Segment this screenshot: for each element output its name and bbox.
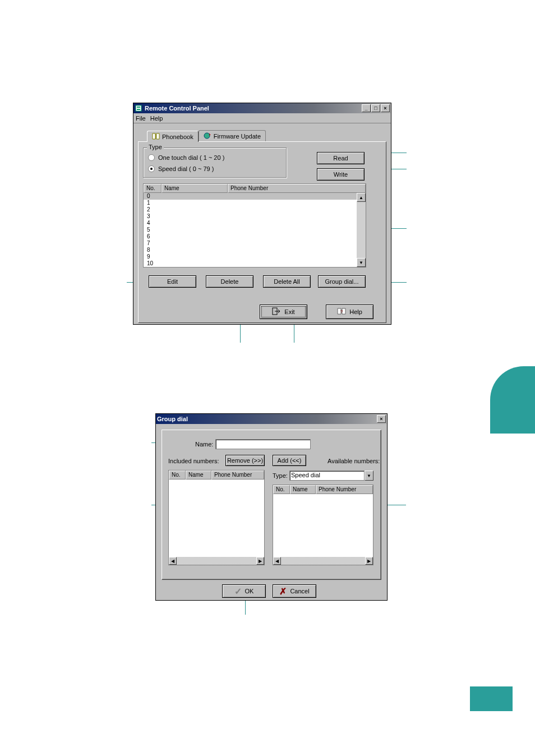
check-icon: ✓ bbox=[234, 586, 242, 597]
list-row[interactable]: 0 bbox=[144, 193, 366, 200]
list-scrollbar-h[interactable]: ◀ ▶ bbox=[169, 557, 264, 565]
name-input[interactable] bbox=[215, 439, 311, 449]
radio-label: One touch dial ( 1 ~ 20 ) bbox=[158, 154, 224, 161]
menu-file[interactable]: File bbox=[136, 115, 146, 122]
list-row[interactable]: 6 bbox=[144, 233, 366, 240]
list-row[interactable]: 1 bbox=[144, 200, 366, 206]
included-list[interactable]: No. Name Phone Number ◀ ▶ bbox=[168, 470, 265, 565]
list-body bbox=[273, 494, 373, 565]
help-button[interactable]: ? Help bbox=[326, 305, 373, 319]
list-header: No. Name Phone Number bbox=[273, 485, 373, 494]
scroll-right-button[interactable]: ▶ bbox=[256, 557, 264, 565]
list-body: 0 1 2 3 4 5 6 7 8 9 10 11 12 bbox=[144, 193, 366, 267]
button-label: Edit bbox=[167, 278, 178, 285]
list-row[interactable]: 4 bbox=[144, 220, 366, 227]
radio-icon bbox=[148, 165, 155, 172]
delete-all-button[interactable]: Delete All bbox=[263, 275, 311, 288]
list-scrollbar[interactable] bbox=[357, 193, 366, 267]
radio-speed-dial[interactable]: Speed dial ( 0 ~ 79 ) bbox=[148, 164, 286, 174]
window-title: Group dial bbox=[157, 416, 188, 422]
app-icon bbox=[135, 104, 142, 112]
name-label: Name: bbox=[195, 441, 213, 448]
tab-label: Firmware Update bbox=[214, 133, 261, 140]
svg-rect-0 bbox=[136, 105, 141, 111]
exit-icon bbox=[272, 307, 281, 316]
menubar: File Help bbox=[133, 113, 391, 123]
list-row[interactable]: 9 bbox=[144, 253, 366, 260]
menu-help[interactable]: Help bbox=[150, 115, 163, 122]
button-label: Delete All bbox=[274, 278, 299, 285]
svg-rect-2 bbox=[137, 109, 140, 110]
list-row[interactable]: 5 bbox=[144, 227, 366, 233]
minimize-button[interactable]: _ bbox=[362, 104, 371, 112]
chevron-down-icon[interactable]: ▼ bbox=[365, 471, 373, 481]
col-no[interactable]: No. bbox=[169, 471, 186, 480]
button-label: OK bbox=[245, 588, 254, 594]
tab-phonebook[interactable]: Phonebook bbox=[147, 131, 199, 142]
page-side-tab bbox=[490, 366, 535, 434]
x-icon: ✗ bbox=[279, 586, 287, 597]
delete-button[interactable]: Delete bbox=[206, 275, 253, 288]
list-scrollbar-h[interactable]: ◀ ▶ bbox=[273, 557, 373, 565]
button-label: Exit bbox=[284, 308, 294, 315]
col-no[interactable]: No. bbox=[273, 485, 290, 494]
col-name[interactable]: Name bbox=[186, 471, 211, 480]
add-button[interactable]: Add (<<) bbox=[273, 455, 306, 466]
radio-label: Speed dial ( 0 ~ 79 ) bbox=[158, 165, 214, 172]
type-groupbox: Type One touch dial ( 1 ~ 20 ) Speed dia… bbox=[143, 147, 287, 178]
list-row[interactable]: 3 bbox=[144, 213, 366, 220]
edit-button[interactable]: Edit bbox=[149, 275, 196, 288]
scroll-right-button[interactable]: ▶ bbox=[365, 557, 373, 565]
list-row[interactable]: 8 bbox=[144, 247, 366, 253]
list-row[interactable]: 7 bbox=[144, 240, 366, 247]
group-dial-button[interactable]: Group dial... bbox=[318, 275, 366, 288]
book-help-icon: ? bbox=[337, 307, 346, 316]
svg-rect-1 bbox=[137, 107, 140, 108]
col-name[interactable]: Name bbox=[162, 184, 228, 193]
type-combobox[interactable]: Speed dial ▼ bbox=[289, 471, 373, 481]
list-body bbox=[169, 480, 264, 565]
button-label: Group dial... bbox=[325, 278, 359, 285]
window-title: Remote Control Panel bbox=[145, 105, 209, 112]
combo-value: Speed dial bbox=[289, 471, 365, 481]
remove-button[interactable]: Remove (>>) bbox=[225, 455, 265, 466]
button-label: Delete bbox=[221, 278, 239, 285]
cancel-button[interactable]: ✗ Cancel bbox=[273, 584, 316, 598]
col-phone[interactable]: Phone Number bbox=[316, 485, 373, 494]
phonebook-list[interactable]: No. Name Phone Number 0 1 2 3 4 5 6 7 8 … bbox=[143, 183, 366, 268]
ok-button[interactable]: ✓ OK bbox=[222, 584, 266, 598]
col-name[interactable]: Name bbox=[290, 485, 316, 494]
button-label: Cancel bbox=[290, 588, 309, 594]
phonebook-panel: Type One touch dial ( 1 ~ 20 ) Speed dia… bbox=[138, 141, 386, 323]
col-phone[interactable]: Phone Number bbox=[228, 184, 366, 193]
included-numbers-label: Included numbers: bbox=[168, 458, 219, 464]
maximize-button[interactable]: □ bbox=[371, 104, 380, 112]
list-row[interactable]: 10 bbox=[144, 260, 366, 267]
titlebar[interactable]: Remote Control Panel _ □ × bbox=[133, 103, 391, 113]
scroll-left-button[interactable]: ◀ bbox=[273, 557, 281, 565]
page-footer-box bbox=[470, 686, 513, 711]
list-header: No. Name Phone Number bbox=[144, 184, 366, 193]
button-label: Write bbox=[334, 171, 348, 178]
read-button[interactable]: Read bbox=[317, 152, 365, 164]
write-button[interactable]: Write bbox=[317, 168, 365, 181]
globe-arrow-icon bbox=[204, 132, 211, 140]
available-list[interactable]: No. Name Phone Number ◀ ▶ bbox=[273, 485, 373, 565]
exit-button[interactable]: Exit bbox=[260, 305, 307, 319]
tab-label: Phonebook bbox=[162, 133, 193, 140]
col-phone[interactable]: Phone Number bbox=[211, 471, 264, 480]
close-button[interactable]: × bbox=[377, 415, 386, 423]
groupbox-legend: Type bbox=[147, 144, 164, 150]
scroll-left-button[interactable]: ◀ bbox=[169, 557, 177, 565]
close-button[interactable]: × bbox=[381, 104, 390, 112]
scroll-down-button[interactable] bbox=[357, 258, 366, 267]
scroll-up-button[interactable] bbox=[357, 193, 366, 202]
tab-firmware-update[interactable]: Firmware Update bbox=[199, 130, 266, 141]
col-no[interactable]: No. bbox=[144, 184, 162, 193]
button-label: Remove (>>) bbox=[227, 457, 263, 464]
list-header: No. Name Phone Number bbox=[169, 471, 264, 480]
available-numbers-label: Available numbers: bbox=[328, 458, 380, 464]
radio-one-touch-dial[interactable]: One touch dial ( 1 ~ 20 ) bbox=[148, 153, 286, 163]
list-row[interactable]: 2 bbox=[144, 206, 366, 213]
titlebar[interactable]: Group dial × bbox=[156, 414, 387, 424]
